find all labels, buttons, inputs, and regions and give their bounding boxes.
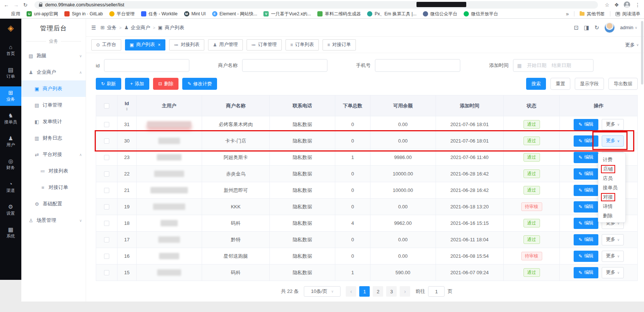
row-more-button[interactable]: 更多 ∨ <box>602 119 624 130</box>
row-checkbox[interactable] <box>104 155 109 160</box>
id-input[interactable] <box>104 59 189 72</box>
row-checkbox[interactable] <box>104 188 109 193</box>
refresh-button[interactable]: ↻ 刷新 <box>96 78 121 90</box>
dropdown-menu-item-详情[interactable]: 详情 <box>598 202 625 211</box>
dropdown-menu-item-接单员[interactable]: 接单员 <box>598 183 625 192</box>
search-button[interactable]: 搜索 <box>526 78 546 90</box>
theme-icon[interactable]: ◨ <box>584 24 589 31</box>
bookmark-item[interactable]: U uni-app官网 <box>27 11 58 17</box>
refresh-icon[interactable]: ↻ <box>594 24 599 31</box>
edit-button[interactable]: ✎ 编辑 <box>574 251 598 262</box>
sidebar-menu-item-对接订单[interactable]: ≡ 对接订单 <box>21 179 86 196</box>
edit-button[interactable]: ✎ 编辑 <box>574 119 598 130</box>
rail-item-财务[interactable]: ◎ 财务 <box>0 155 21 174</box>
tab-close-icon[interactable]: × <box>158 42 161 48</box>
rail-item-设置[interactable]: ⚙ 设置 <box>0 201 21 220</box>
date-range-picker[interactable]: ▦ 开始日期 结束日期 <box>513 59 593 72</box>
row-more-button[interactable]: 更多 ∨ <box>602 135 624 147</box>
page-scrollbar[interactable] <box>641 21 643 85</box>
tab-商户列表[interactable]: ▣ 商户列表 × <box>125 39 165 51</box>
dropdown-menu-item-删除[interactable]: 删除 <box>598 211 625 220</box>
sidebar-menu-item-财务日志[interactable]: ▥ 财务日志 <box>21 130 86 146</box>
phone-input[interactable] <box>375 59 460 72</box>
show-fields-button[interactable]: 显示字段 <box>575 78 604 90</box>
edit-button[interactable]: ✎ 编辑 <box>574 267 598 278</box>
row-checkbox[interactable] <box>104 221 109 226</box>
sidebar-menu-item-商户列表[interactable]: ▣ 商户列表 <box>21 80 86 97</box>
row-checkbox[interactable] <box>104 254 109 259</box>
tab-对接列表[interactable]: ≔ 对接列表 <box>169 39 204 51</box>
bookmark-item[interactable]: 微信开放平台 <box>464 11 498 17</box>
tab-工作台[interactable]: ⊙ 工作台 <box>91 39 121 51</box>
bookmark-star-icon[interactable]: ☆ <box>605 2 610 7</box>
row-more-button[interactable]: 更多 ∨ <box>602 234 624 245</box>
dropdown-menu-item-店铺[interactable]: 店铺 <box>598 164 625 174</box>
forward-icon[interactable]: → <box>13 2 19 7</box>
select-all-checkbox[interactable] <box>104 103 109 108</box>
fullscreen-icon[interactable]: ⊡ <box>574 24 579 31</box>
breadcrumb-item[interactable]: ▣ 商户列表 <box>158 24 184 31</box>
page-number-button-3[interactable]: 3 <box>386 286 397 297</box>
sidebar-menu-item-发单统计[interactable]: ◧ 发单统计 <box>21 113 86 130</box>
merchant-name-input[interactable] <box>242 59 327 72</box>
bookmarks-overflow-icon[interactable]: » <box>566 11 569 16</box>
modify-billing-button[interactable]: ✎ 修改计费 <box>182 78 217 90</box>
sort-desc-icon[interactable]: ▼ <box>125 109 128 111</box>
tab-订单管理[interactable]: ≔ 订单管理 <box>247 39 282 51</box>
rail-item-业务[interactable]: ⊞ 业务 <box>0 86 21 106</box>
other-bookmarks-button[interactable]: 其他书签 <box>580 11 605 17</box>
dropdown-menu-item-店员[interactable]: 店员 <box>598 174 625 183</box>
export-button[interactable]: 导出数据 <box>608 78 638 90</box>
edit-button[interactable]: ✎ 编辑 <box>574 135 598 147</box>
sidebar-menu-item-订单管理[interactable]: ▤ 订单管理 <box>21 97 86 113</box>
edit-button[interactable]: ✎ 编辑 <box>574 234 598 245</box>
sort-carets[interactable]: ▲ ▼ <box>119 107 135 111</box>
header-id[interactable]: Id ▲ ▼ <box>117 95 136 116</box>
breadcrumb-item[interactable]: ⊞ 业务 <box>101 24 117 31</box>
reading-list-button[interactable]: 阅读清单 <box>616 11 640 17</box>
dropdown-menu-item-对接[interactable]: 对接 <box>598 192 625 202</box>
user-menu[interactable]: admin ∨ <box>620 25 637 30</box>
rail-item-接单员[interactable]: ♞ 接单员 <box>0 109 21 129</box>
bookmark-item[interactable]: 任务 - Worktile <box>141 11 178 17</box>
bookmark-item[interactable]: Sign in · GitLab <box>64 11 103 16</box>
rail-item-系统[interactable]: ▦ 系统 <box>0 223 21 243</box>
sidebar-menu-item-场景管理[interactable]: ♙ 场景管理 ∨ <box>21 212 86 229</box>
bookmark-item[interactable]: Px、Em 换算工具 |... <box>367 11 416 17</box>
sidebar-menu-item-对接列表[interactable]: ≔ 对接列表 <box>21 163 86 179</box>
rail-item-订单[interactable]: ▤ 订单 <box>0 64 21 83</box>
extensions-icon[interactable]: ❖ <box>614 2 619 7</box>
row-checkbox[interactable] <box>104 138 109 144</box>
prev-page-button[interactable]: ‹ <box>346 286 356 297</box>
edit-button[interactable]: ✎ 编辑 <box>574 218 598 229</box>
dropdown-menu-item-计费[interactable]: 计费 <box>598 155 625 164</box>
row-checkbox[interactable] <box>104 237 109 242</box>
row-checkbox[interactable] <box>104 122 109 127</box>
sidebar-menu-item-企业商户[interactable]: ♟ 企业商户 ∧ <box>21 64 86 80</box>
goto-page-input[interactable] <box>428 286 445 297</box>
row-more-button[interactable]: 更多 ∨ <box>602 251 624 262</box>
bookmark-item[interactable]: 平台管理 <box>109 11 135 17</box>
tab-对接订单[interactable]: ≡ 对接订单 <box>323 39 356 51</box>
tab-用户管理[interactable]: ♟ 用户管理 <box>208 39 243 51</box>
edit-button[interactable]: ✎ 编辑 <box>574 201 598 212</box>
sidebar-menu-item-平台对接[interactable]: ⇄ 平台对接 ∧ <box>21 146 86 163</box>
rail-item-渠道[interactable]: ◔ 渠道 <box>0 178 21 197</box>
browser-profile-avatar[interactable] <box>624 1 630 8</box>
page-number-button-2[interactable]: 2 <box>373 286 383 297</box>
edit-button[interactable]: ✎ 编辑 <box>574 185 598 196</box>
row-checkbox[interactable] <box>104 270 109 275</box>
browser-menu-icon[interactable]: ⋮ <box>635 2 640 7</box>
breadcrumb-item[interactable]: ♟ 企业商户 <box>124 24 150 31</box>
back-icon[interactable]: ← <box>4 2 9 7</box>
bookmark-item[interactable]: 微信公众平台 <box>423 11 457 17</box>
sidebar-menu-item-基础配置[interactable]: ⚙ 基础配置 <box>21 196 86 212</box>
tabs-more-button[interactable]: 更多 ∨ <box>625 42 639 48</box>
page-size-select[interactable]: 10条/页 ∨ <box>304 286 341 297</box>
row-checkbox[interactable] <box>104 171 109 177</box>
page-number-button-1[interactable]: 1 <box>359 286 370 297</box>
bookmark-item[interactable]: 应用 <box>4 11 20 17</box>
rail-item-首页[interactable]: ⌂ 首页 <box>0 41 21 60</box>
next-page-button[interactable]: › <box>400 286 410 297</box>
delete-button[interactable]: ⊟ 删除 <box>153 78 178 90</box>
